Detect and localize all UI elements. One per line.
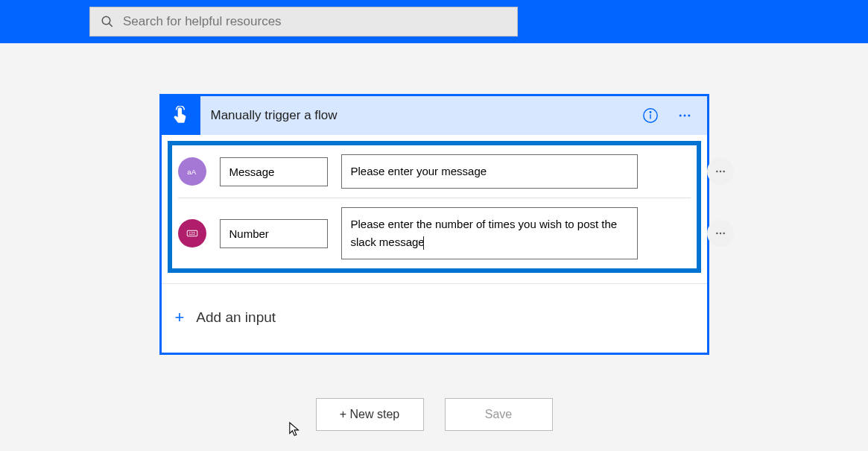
svg-point-11 — [723, 171, 724, 172]
flow-canvas: Manually trigger a flow aA — [0, 43, 868, 431]
plus-icon: + — [175, 308, 185, 327]
number-123-icon: 123 — [186, 227, 199, 240]
svg-point-6 — [683, 115, 685, 117]
trigger-connector-icon — [162, 96, 200, 135]
text-type-icon: aA — [178, 157, 206, 186]
mouse-cursor-icon — [288, 421, 302, 438]
svg-point-4 — [650, 112, 650, 113]
search-input[interactable] — [123, 14, 507, 29]
add-input-label: Add an input — [196, 309, 276, 326]
search-box[interactable] — [89, 7, 518, 37]
svg-point-10 — [719, 171, 720, 172]
input-description-field[interactable]: Please enter the number of times you wis… — [341, 207, 638, 259]
input-row: aA — [172, 145, 697, 198]
trigger-card: Manually trigger a flow aA — [159, 94, 709, 355]
add-input-section: + Add an input — [162, 283, 707, 353]
svg-point-7 — [688, 115, 690, 117]
svg-point-14 — [716, 233, 717, 234]
input-description-text: Please enter the number of times you wis… — [351, 218, 618, 248]
svg-line-1 — [109, 23, 113, 27]
trigger-more-button[interactable] — [673, 104, 697, 127]
touch-icon — [171, 106, 191, 125]
ellipsis-icon — [715, 227, 726, 239]
input-name-field[interactable] — [220, 157, 328, 186]
svg-text:123: 123 — [189, 232, 194, 236]
input-row-more-button[interactable] — [707, 220, 734, 247]
info-icon — [642, 107, 659, 124]
save-button[interactable]: Save — [445, 398, 553, 431]
svg-point-0 — [102, 16, 110, 25]
svg-text:aA: aA — [187, 168, 196, 176]
number-type-icon: 123 — [178, 219, 206, 247]
search-icon — [101, 15, 114, 28]
input-description-field[interactable] — [341, 154, 638, 189]
top-bar — [0, 0, 868, 43]
action-bar: + New step Save — [316, 398, 553, 431]
trigger-title: Manually trigger a flow — [211, 108, 628, 123]
input-name-field[interactable] — [220, 219, 328, 248]
text-caret — [423, 236, 424, 250]
svg-point-16 — [723, 233, 724, 234]
trigger-card-header[interactable]: Manually trigger a flow — [162, 96, 707, 135]
svg-point-5 — [679, 115, 681, 117]
add-input-button[interactable]: + Add an input — [174, 305, 278, 330]
ellipsis-icon — [677, 108, 692, 123]
input-row-more-button[interactable] — [707, 158, 734, 185]
svg-point-15 — [719, 233, 720, 234]
ellipsis-icon — [715, 165, 726, 177]
inputs-highlight-box: aA 123 — [168, 141, 701, 273]
svg-point-9 — [716, 171, 717, 172]
new-step-button[interactable]: + New step — [316, 398, 424, 431]
info-button[interactable] — [639, 104, 662, 127]
input-row: 123 Please enter the number of times you… — [172, 198, 697, 268]
text-aa-icon: aA — [186, 165, 199, 178]
inputs-container: aA 123 — [162, 141, 707, 353]
